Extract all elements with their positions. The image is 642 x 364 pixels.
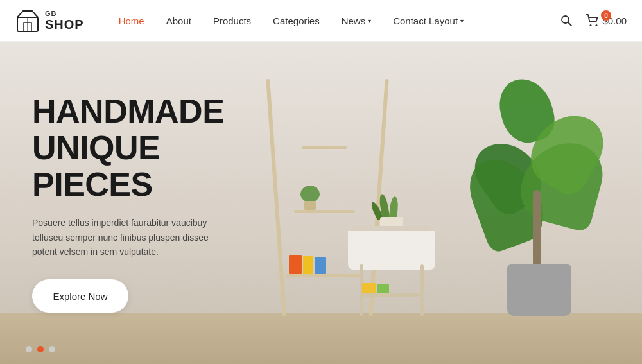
news-caret: ▾ xyxy=(368,17,371,24)
explore-btn-label: Explore Now xyxy=(53,291,107,302)
logo-icon xyxy=(15,8,40,33)
nav-home[interactable]: Home xyxy=(110,10,153,31)
svg-point-6 xyxy=(590,24,592,26)
search-icon xyxy=(560,14,573,27)
hero-subtitle: Posuere tellus imperdiet faurabitur vauc… xyxy=(32,216,225,259)
search-button[interactable] xyxy=(557,12,575,30)
main-nav: Home About Products Categories News ▾ Co… xyxy=(110,10,558,31)
cart-button[interactable]: 0 $0.00 xyxy=(586,14,627,27)
hero-title: HANDMADE UNIQUE PIECES xyxy=(32,93,244,204)
large-plant-decoration xyxy=(488,85,591,316)
nav-about[interactable]: About xyxy=(157,10,200,31)
hero-content: HANDMADE UNIQUE PIECES Posuere tellus im… xyxy=(0,42,270,364)
contact-caret: ▾ xyxy=(460,17,464,24)
dot-2[interactable] xyxy=(37,346,44,352)
explore-now-button[interactable]: Explore Now xyxy=(32,279,128,313)
nav-products[interactable]: Products xyxy=(204,10,260,31)
hero-section: HANDMADE UNIQUE PIECES Posuere tellus im… xyxy=(0,42,642,364)
dot-1[interactable] xyxy=(26,346,32,352)
nav-categories[interactable]: Categories xyxy=(264,10,329,31)
logo-shop-text: SHOP xyxy=(45,17,84,31)
cart-badge: 0 xyxy=(601,10,611,21)
header-actions: 0 $0.00 xyxy=(557,12,627,30)
header: GB SHOP Home About Products Categories N… xyxy=(0,0,642,42)
nav-news[interactable]: News ▾ xyxy=(333,10,381,31)
nav-contact[interactable]: Contact Layout ▾ xyxy=(384,10,473,31)
hero-title-line1: HANDMADE xyxy=(32,92,224,130)
hero-dots xyxy=(26,346,55,352)
svg-line-5 xyxy=(568,22,572,26)
cart-icon xyxy=(586,14,600,27)
logo[interactable]: GB SHOP xyxy=(15,8,84,33)
svg-point-7 xyxy=(596,24,598,26)
hero-title-line2: UNIQUE PIECES xyxy=(32,129,160,203)
side-table-decoration xyxy=(353,226,430,316)
logo-gb-text: GB xyxy=(45,10,84,17)
dot-3[interactable] xyxy=(49,346,55,352)
